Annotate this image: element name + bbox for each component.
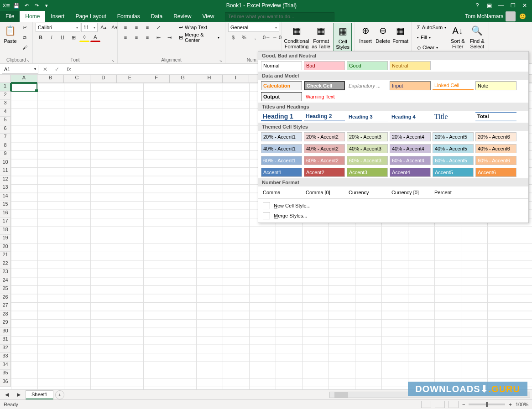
style-accent-20[interactable]: 20% - Accent6	[475, 132, 516, 141]
style-accent-40[interactable]: 40% - Accent4	[390, 144, 431, 153]
delete-cells-button[interactable]: ⊖Delete	[375, 23, 391, 44]
row-header[interactable]: 11	[0, 167, 11, 176]
row-header[interactable]: 33	[0, 353, 11, 362]
conditional-formatting-button[interactable]: ▦Conditional Formatting▾	[285, 23, 308, 54]
number-format-combo[interactable]: General▾	[228, 23, 279, 32]
style-accent[interactable]: Accent4	[390, 168, 431, 177]
row-header[interactable]: 31	[0, 336, 11, 345]
italic-button[interactable]: I	[47, 33, 57, 42]
style-output[interactable]: Output	[261, 92, 302, 101]
style-accent[interactable]: Accent5	[433, 168, 474, 177]
row-header[interactable]: 19	[0, 235, 11, 243]
fill-color-icon[interactable]: ◊	[79, 33, 89, 42]
increase-indent-icon[interactable]: ⇥	[164, 33, 174, 42]
zoom-slider[interactable]	[469, 404, 505, 405]
align-left-icon[interactable]: ≡	[120, 33, 130, 42]
style-note[interactable]: Note	[475, 81, 516, 90]
row-header[interactable]: 27	[0, 302, 11, 311]
row-header[interactable]: 29	[0, 319, 11, 328]
row-header[interactable]: 2	[0, 92, 11, 100]
style-bad[interactable]: Bad	[304, 61, 345, 70]
style-heading-4[interactable]: Heading 4	[390, 112, 431, 121]
page-layout-view-icon[interactable]	[435, 401, 445, 408]
launcher-icon[interactable]: ↘	[26, 59, 30, 63]
cancel-icon[interactable]: ✕	[40, 65, 50, 74]
column-header[interactable]: E	[117, 75, 143, 83]
close-icon[interactable]: ✕	[519, 1, 530, 10]
cell-styles-button[interactable]: ▦Cell Styles▾	[334, 23, 352, 55]
column-header[interactable]: C	[64, 75, 90, 83]
underline-button[interactable]: U	[57, 33, 68, 42]
row-header[interactable]: 28	[0, 311, 11, 320]
font-name-combo[interactable]: Calibri▾	[36, 23, 80, 32]
style-heading-3[interactable]: Heading 3	[347, 112, 388, 121]
row-header[interactable]: 36	[0, 378, 11, 387]
row-header[interactable]: 6	[0, 125, 11, 134]
increase-decimal-icon[interactable]: .0→	[261, 33, 271, 42]
enter-icon[interactable]: ✓	[52, 65, 62, 74]
row-header[interactable]: 25	[0, 285, 11, 294]
style-accent-60[interactable]: 60% - Accent6	[475, 156, 516, 165]
style-check-cell[interactable]: Check Cell	[304, 81, 345, 90]
page-break-view-icon[interactable]	[449, 401, 459, 408]
maximize-icon[interactable]: ❐	[507, 1, 518, 10]
row-header[interactable]: 18	[0, 227, 11, 235]
add-sheet-button[interactable]: +	[55, 390, 64, 399]
avatar[interactable]	[506, 11, 516, 21]
style-accent-20[interactable]: 20% - Accent2	[304, 132, 345, 141]
percent-icon[interactable]: %	[239, 33, 249, 42]
style-input[interactable]: Input	[390, 81, 431, 90]
merge-center-button[interactable]: ⊟Merge & Center▾	[176, 33, 222, 42]
find-select-button[interactable]: 🔍Find & Select	[469, 23, 486, 49]
format-cells-button[interactable]: ▦Format	[392, 23, 408, 44]
decrease-indent-icon[interactable]: ⇤	[153, 33, 163, 42]
style-accent-60[interactable]: 60% - Accent1	[261, 156, 302, 165]
style-accent[interactable]: Accent1	[261, 168, 302, 177]
tab-data[interactable]: Data	[146, 11, 168, 22]
row-header[interactable]: 23	[0, 269, 11, 277]
row-header[interactable]: 20	[0, 243, 11, 252]
tab-view[interactable]: View	[197, 11, 220, 22]
style-accent-40[interactable]: 40% - Accent6	[475, 144, 516, 153]
row-header[interactable]: 21	[0, 252, 11, 260]
zoom-level[interactable]: 100%	[516, 402, 528, 407]
style-accent[interactable]: Accent3	[347, 168, 388, 177]
sort-filter-button[interactable]: A↓Sort & Filter	[449, 23, 467, 49]
select-all-button[interactable]	[0, 75, 11, 83]
qat-customize-icon[interactable]: ▾	[42, 1, 51, 10]
align-right-icon[interactable]: ≡	[142, 33, 152, 42]
sheet-nav-next-icon[interactable]: ▶	[14, 390, 24, 399]
emoji-icon[interactable]: 🙂	[517, 13, 527, 20]
comma-icon[interactable]: ,	[250, 33, 260, 42]
format-painter-icon[interactable]: 🖌	[20, 43, 30, 52]
font-size-combo[interactable]: 11▾	[81, 23, 98, 32]
tell-me-input[interactable]	[225, 12, 334, 21]
sheet-nav-prev-icon[interactable]: ◀	[2, 390, 12, 399]
launcher-icon[interactable]: ↘	[111, 59, 115, 63]
row-header[interactable]: 9	[0, 150, 11, 159]
style-title[interactable]: Title	[433, 112, 474, 121]
row-header[interactable]: 13	[0, 184, 11, 193]
decrease-decimal-icon[interactable]: ←.0	[272, 33, 282, 42]
row-header[interactable]: 5	[0, 117, 11, 125]
redo-icon[interactable]: ↷	[32, 1, 41, 10]
style-explanatory[interactable]: Explanatory ...	[347, 81, 388, 90]
style-number-format[interactable]: Comma	[261, 188, 302, 197]
align-middle-icon[interactable]: ≡	[131, 23, 141, 32]
row-header[interactable]: 24	[0, 277, 11, 286]
name-box[interactable]: A1▾	[2, 65, 38, 74]
style-normal[interactable]: Normal	[261, 61, 302, 70]
column-header[interactable]: F	[143, 75, 170, 83]
row-header[interactable]: 4	[0, 109, 11, 117]
paste-button[interactable]: 📋 Paste	[3, 23, 18, 44]
row-header[interactable]: 17	[0, 218, 11, 227]
style-good[interactable]: Good	[347, 61, 388, 70]
style-total[interactable]: Total	[475, 112, 516, 121]
row-header[interactable]: 22	[0, 260, 11, 269]
align-center-icon[interactable]: ≡	[131, 33, 141, 42]
minimize-icon[interactable]: —	[495, 1, 506, 10]
style-linked-cell[interactable]: Linked Cell	[433, 81, 474, 90]
column-header[interactable]: D	[90, 75, 117, 83]
ribbon-display-icon[interactable]: ▣	[484, 1, 495, 10]
style-accent-60[interactable]: 60% - Accent2	[304, 156, 345, 165]
